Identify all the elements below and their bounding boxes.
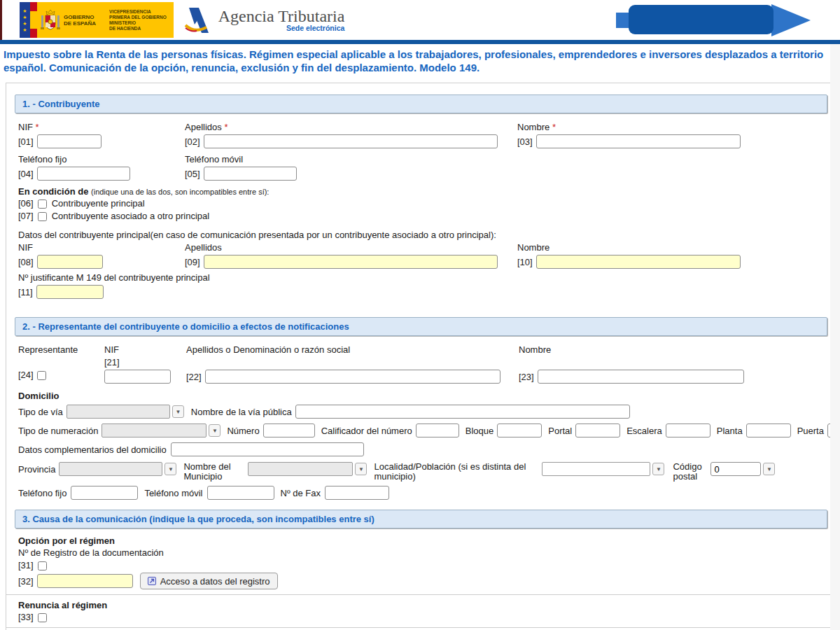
datos-principal-label: Datos del contribuyente principal(en cas…	[18, 230, 822, 240]
field-22-code: [22]	[186, 372, 202, 382]
representante-nif-label: NIF	[104, 344, 186, 355]
required-mark: *	[552, 122, 556, 132]
telefono-movil-input[interactable]	[204, 167, 297, 181]
tipo-numeracion-value[interactable]	[102, 424, 206, 438]
localidad-select[interactable]: ▼	[542, 462, 664, 476]
tipo-via-select[interactable]: ▼	[66, 405, 184, 419]
nombre-principal-label: Nombre	[517, 242, 822, 253]
bloque-label: Bloque	[465, 426, 493, 436]
nif-input[interactable]	[37, 134, 102, 148]
section-3-body: Opción por el régimen Nº de Registro de …	[6, 536, 830, 630]
chevron-down-icon[interactable]: ▼	[172, 405, 184, 418]
tipo-via-label: Tipo de vía	[18, 407, 63, 417]
field-01-code: [01]	[18, 136, 34, 147]
justificante-label: Nº justificante M 149 del contribuyente …	[18, 272, 822, 283]
provincia-select[interactable]: ▼	[59, 462, 176, 476]
apellidos-principal-input[interactable]	[204, 255, 498, 269]
codigo-postal-input[interactable]	[710, 462, 761, 476]
domicilio-telefono-movil-label: Teléfono móvil	[144, 488, 202, 498]
section-1-title: 1. - Contribuyente	[22, 99, 100, 109]
external-link-icon	[148, 577, 156, 585]
renuncia-checkbox[interactable]	[38, 613, 47, 622]
tipo-numeracion-label: Tipo de numeración	[18, 426, 98, 436]
required-mark: *	[224, 122, 227, 132]
chevron-down-icon[interactable]: ▼	[652, 463, 664, 475]
representante-nombre-input[interactable]	[538, 370, 744, 384]
section-2-header: 2. - Representante del contribuyente o d…	[15, 317, 827, 336]
en-condicion-note: (indique una de las dos, son incompatibl…	[91, 188, 269, 196]
bloque-input[interactable]	[497, 424, 542, 438]
planta-input[interactable]	[746, 424, 791, 438]
contribuyente-principal-checkbox[interactable]	[38, 200, 47, 209]
datos-complementarios-input[interactable]	[171, 442, 364, 456]
escalera-label: Escalera	[626, 426, 662, 436]
telefono-fijo-input[interactable]	[37, 167, 130, 181]
gobierno-label: GOBIERNO DE ESPAÑA	[64, 14, 96, 27]
domicilio-telefono-movil-input[interactable]	[207, 486, 274, 500]
chevron-down-icon[interactable]: ▼	[164, 463, 176, 475]
section-1-body: NIF * Apellidos * Nombre * [01] [02] [03…	[6, 120, 830, 299]
municipio-select[interactable]: ▼	[248, 462, 367, 476]
domicilio-label: Domicilio	[18, 391, 822, 401]
escalera-input[interactable]	[666, 424, 710, 438]
tipo-numeracion-select[interactable]: ▼	[102, 424, 220, 438]
agencia-tributaria-brand[interactable]: Agencia Tributaria Sede electrónica	[183, 2, 345, 38]
municipio-value[interactable]	[248, 462, 353, 476]
fax-input[interactable]	[325, 486, 389, 500]
calificador-label: Calificador del número	[321, 426, 412, 436]
field-03-code: [03]	[517, 136, 533, 147]
numero-input[interactable]	[263, 424, 315, 438]
section-3-header: 3. Causa de la comunicación (indique la …	[15, 510, 827, 528]
field-02-code: [02]	[185, 136, 200, 147]
blue-arrow-graphic	[616, 3, 812, 38]
numero-label: Número	[227, 426, 259, 436]
field-23-code: [23]	[519, 372, 534, 382]
acceso-registro-button[interactable]: Acceso a datos del registro	[140, 573, 278, 589]
registro-input[interactable]	[37, 574, 133, 588]
domicilio-telefono-fijo-input[interactable]	[71, 486, 138, 500]
ministry-label: VICEPRESIDENCIA PRIMERA DEL GOBIERNO MIN…	[109, 5, 168, 36]
modelo-149-form: 1. - Contribuyente NIF * Apellidos * Nom…	[6, 83, 831, 630]
section-divider	[6, 627, 830, 628]
spain-flag-stripe	[30, 2, 37, 38]
tipo-via-value[interactable]	[66, 405, 170, 419]
nombre-input[interactable]	[536, 134, 741, 148]
field-10-code: [10]	[517, 257, 533, 267]
provincia-value[interactable]	[59, 462, 162, 476]
agencia-tributaria-logo-icon	[183, 6, 213, 35]
field-33-code: [33]	[18, 612, 34, 622]
page-scrollbar[interactable]	[830, 44, 840, 630]
apellidos-input[interactable]	[204, 134, 498, 148]
calificador-input[interactable]	[416, 424, 459, 438]
representante-apellidos-input[interactable]	[205, 370, 500, 384]
nif-label: NIF	[18, 122, 33, 132]
field-04-code: [04]	[18, 169, 34, 179]
acceso-registro-label: Acceso a datos del registro	[160, 576, 270, 587]
provincia-label: Provincia	[18, 464, 55, 475]
representante-nif-input[interactable]	[104, 370, 171, 384]
opcion-regimen-checkbox[interactable]	[38, 561, 47, 570]
domicilio-telefono-fijo-label: Teléfono fijo	[18, 488, 66, 498]
nombre-via-input[interactable]	[295, 405, 630, 419]
datos-complementarios-label: Datos complementarios del domicilio	[18, 444, 167, 455]
codigo-postal-select[interactable]: ▼	[710, 462, 775, 476]
field-07-code: [07]	[18, 211, 34, 221]
chevron-down-icon[interactable]: ▼	[355, 463, 367, 475]
chevron-down-icon[interactable]: ▼	[209, 424, 220, 437]
localidad-value[interactable]	[542, 462, 650, 476]
registro-label: Nº de Registro de la documentación	[18, 547, 822, 558]
justificante-input[interactable]	[36, 285, 104, 299]
field-09-code: [09]	[185, 257, 200, 267]
representante-checkbox[interactable]	[37, 371, 46, 380]
contribuyente-asociado-checkbox[interactable]	[38, 212, 47, 221]
renuncia-title: Renuncia al régimen	[18, 600, 822, 610]
portal-input[interactable]	[575, 424, 620, 438]
nombre-principal-input[interactable]	[536, 255, 741, 269]
nombre-label: Nombre	[517, 122, 550, 132]
opcion-regimen-title: Opción por el régimen	[18, 536, 822, 546]
nif-principal-input[interactable]	[37, 255, 103, 269]
section-2-body: Representante NIF Apellidos o Denominaci…	[6, 343, 830, 500]
section-3-title: 3. Causa de la comunicación (indique la …	[22, 514, 374, 524]
chevron-down-icon[interactable]: ▼	[763, 463, 775, 475]
telefono-fijo-label: Teléfono fijo	[18, 154, 185, 164]
